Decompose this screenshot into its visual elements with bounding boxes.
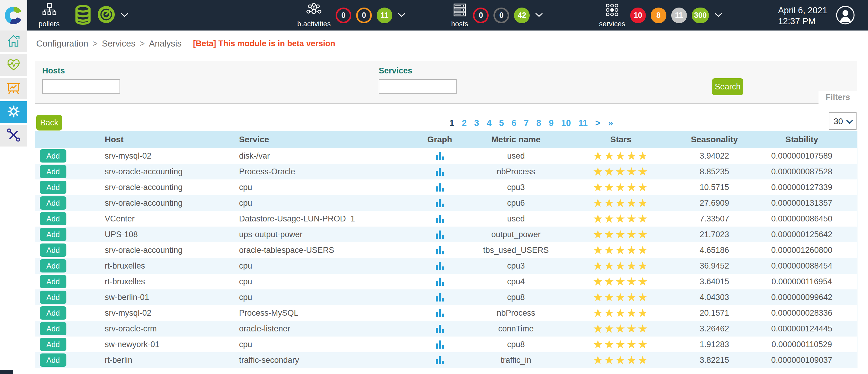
sidebar-item-home[interactable]	[0, 30, 27, 52]
add-button[interactable]: Add	[40, 212, 66, 225]
metric-cell: traffic_in	[473, 355, 559, 365]
stars-cell: ★★★★★	[559, 181, 683, 193]
add-button[interactable]: Add	[40, 353, 66, 367]
services-unknown-badge[interactable]: 11	[671, 7, 687, 23]
search-button[interactable]: Search	[712, 78, 743, 95]
add-button[interactable]: Add	[40, 181, 66, 194]
stars-cell: ★★★★★	[559, 213, 683, 225]
breadcrumb-analysis[interactable]: Analysis	[149, 39, 182, 49]
add-button[interactable]: Add	[40, 149, 66, 163]
sidebar-item-monitoring[interactable]	[0, 54, 27, 76]
stability-cell: 0.000000116954	[746, 277, 858, 286]
sidebar-item-administration[interactable]	[0, 125, 27, 146]
breadcrumb-configuration[interactable]: Configuration	[36, 39, 88, 49]
hosts-unreachable-badge[interactable]: 0	[493, 7, 509, 23]
services-critical-badge[interactable]: 10	[630, 7, 646, 23]
hosts-up-badge[interactable]: 42	[514, 7, 530, 23]
hosts-filter-input[interactable]	[42, 79, 120, 94]
service-cell: cpu	[225, 261, 406, 271]
add-button[interactable]: Add	[40, 322, 66, 335]
star-rating: ★★★★★	[593, 276, 649, 287]
add-button[interactable]: Add	[40, 259, 66, 272]
seasonality-cell: 27.6909	[683, 199, 746, 208]
centreon-logo[interactable]	[0, 0, 27, 30]
host-cell: srv-mysql-02	[68, 309, 225, 318]
pagination-next-icon[interactable]: >	[595, 118, 600, 128]
services-ok-badge[interactable]: 300	[692, 7, 709, 23]
table-row: Add srv-oracle-crm oracle-listener connT…	[35, 321, 857, 337]
bam-chevron-icon[interactable]	[397, 11, 406, 19]
graph-icon[interactable]	[436, 230, 444, 239]
bam-status-group: b.activities 0 0 11	[297, 0, 406, 30]
bam-label: b.activities	[297, 20, 331, 28]
pollers-chevron-icon[interactable]	[120, 11, 129, 19]
pagination-page-9[interactable]: 9	[549, 118, 554, 128]
hosts-chevron-icon[interactable]	[534, 11, 544, 19]
graph-icon[interactable]	[436, 246, 444, 254]
latency-gauge-icon[interactable]	[97, 5, 115, 25]
graph-icon[interactable]	[436, 152, 444, 160]
page-size-select[interactable]: 30	[829, 113, 856, 129]
add-button[interactable]: Add	[40, 165, 66, 178]
user-avatar-icon[interactable]	[835, 5, 855, 26]
add-button[interactable]: Add	[40, 243, 66, 257]
sidebar-item-reporting[interactable]	[0, 78, 27, 99]
bam-ok-badge[interactable]: 11	[377, 7, 392, 23]
bam-critical-badge[interactable]: 0	[336, 7, 351, 23]
pagination-page-3[interactable]: 3	[474, 118, 479, 128]
services-menu[interactable]: services	[599, 2, 625, 28]
graph-icon[interactable]	[436, 324, 444, 333]
pagination-page-8[interactable]: 8	[536, 118, 541, 128]
pagination-page-4[interactable]: 4	[487, 118, 491, 128]
page-size-select-wrap: 30	[829, 112, 857, 130]
graph-icon[interactable]	[436, 293, 444, 301]
pollers-menu[interactable]: pollers	[39, 0, 60, 30]
services-chevron-icon[interactable]	[714, 11, 723, 19]
breadcrumb-services[interactable]: Services	[102, 39, 135, 49]
pagination-last-icon[interactable]: »	[608, 118, 613, 128]
hosts-menu[interactable]: hosts	[451, 2, 468, 28]
pagination-page-2[interactable]: 2	[462, 118, 467, 128]
filters-panel-toggle[interactable]: Filters	[818, 91, 857, 104]
pagination-page-5[interactable]: 5	[499, 118, 504, 128]
pagination-page-10[interactable]: 10	[561, 118, 571, 128]
bam-menu[interactable]: b.activities	[297, 2, 331, 28]
sidebar-item-configuration[interactable]	[0, 101, 27, 123]
pagination-page-7[interactable]: 7	[524, 118, 529, 128]
bam-warning-badge[interactable]: 0	[356, 7, 372, 23]
add-button[interactable]: Add	[40, 291, 66, 304]
table-row: Add UPS-108 ups-output-power output_powe…	[35, 227, 857, 242]
graph-icon[interactable]	[436, 356, 444, 364]
graph-icon[interactable]	[436, 183, 444, 192]
host-cell: rt-bruxelles	[68, 261, 225, 271]
gear-icon	[6, 104, 21, 120]
pagination-page-1[interactable]: 1	[450, 118, 454, 128]
services-icon	[604, 2, 620, 19]
pagination-page-6[interactable]: 6	[512, 118, 517, 128]
back-button[interactable]: Back	[36, 115, 62, 131]
graph-icon[interactable]	[436, 199, 444, 207]
column-header-seasonality: Seasonality	[683, 135, 746, 144]
add-button[interactable]: Add	[40, 228, 66, 241]
current-time: 12:37 PM	[778, 16, 827, 27]
add-button[interactable]: Add	[40, 196, 66, 210]
graph-cell	[406, 340, 473, 349]
add-button[interactable]: Add	[40, 275, 66, 288]
graph-icon[interactable]	[436, 214, 444, 223]
graph-icon[interactable]	[436, 340, 444, 349]
stars-cell: ★★★★★	[559, 197, 683, 209]
add-button[interactable]: Add	[40, 338, 66, 351]
database-icon[interactable]	[74, 5, 92, 26]
hosts-down-badge[interactable]: 0	[473, 7, 489, 23]
pagination-page-11[interactable]: 11	[579, 118, 588, 128]
add-button[interactable]: Add	[40, 306, 66, 320]
main-content: Configuration > Services > Analysis [Bet…	[27, 30, 868, 374]
graph-cell	[406, 183, 473, 192]
graph-icon[interactable]	[436, 167, 444, 176]
graph-icon[interactable]	[436, 262, 444, 270]
services-filter-input[interactable]	[379, 79, 457, 94]
graph-icon[interactable]	[436, 309, 444, 317]
metric-cell: nbProcess	[473, 167, 559, 176]
graph-icon[interactable]	[436, 277, 444, 286]
services-warning-badge[interactable]: 8	[651, 7, 666, 23]
